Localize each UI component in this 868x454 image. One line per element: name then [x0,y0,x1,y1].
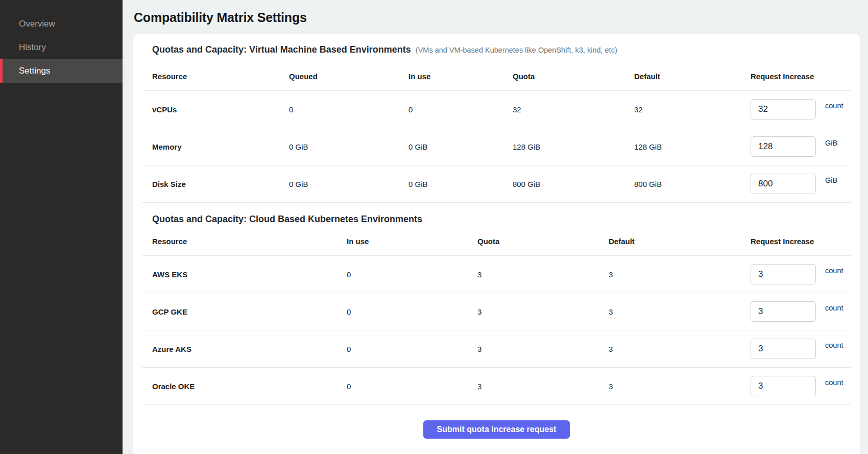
vm-col-resource: Resource [142,72,279,81]
disk-default-value: 800 GiB [624,180,741,188]
gcp-gke-request-cell: count [741,301,851,322]
memory-queued-value: 0 GiB [279,142,399,151]
vm-section-title: Quotas and Capacity: Virtual Machine Bas… [152,44,411,55]
gcp-gke-quota-value: 3 [468,307,599,316]
k8s-section-header: Quotas and Capacity: Cloud Based Kuberne… [142,214,851,225]
k8s-col-resource: Resource [142,237,337,246]
sidebar-item-overview-label: Overview [19,19,55,29]
sidebar-item-history[interactable]: History [0,36,123,59]
memory-default-value: 128 GiB [624,142,741,151]
gcp-gke-resource-label: GCP GKE [142,307,337,316]
vcpus-resource-label: vCPUs [142,105,279,114]
table-row-oracle-oke: Oracle OKE 0 3 3 count [142,368,851,405]
table-row-memory: Memory 0 GiB 0 GiB 128 GiB 128 GiB GiB [142,128,851,165]
oracle-oke-unit-label: count [825,378,843,387]
azure-aks-request-cell: count [741,339,851,359]
memory-resource-label: Memory [142,142,279,151]
table-row-azure-aks: Azure AKS 0 3 3 count [142,330,851,368]
memory-request-cell: GiB [741,136,851,157]
table-row-aws-eks: AWS EKS 0 3 3 count [142,256,851,293]
gcp-gke-unit-label: count [825,304,843,312]
main-content: Compatibility Matrix Settings Quotas and… [123,0,868,454]
aws-eks-unit-label: count [825,267,843,275]
disk-unit-label: GiB [825,176,837,184]
azure-aks-quota-value: 3 [468,345,599,353]
page-title: Compatibility Matrix Settings [134,10,860,25]
vcpus-default-value: 32 [624,105,741,114]
vm-col-request-increase: Request Increase [741,72,851,81]
sidebar-item-history-label: History [19,42,46,53]
k8s-table-header-row: Resource In use Quota Default Request In… [142,227,851,256]
sidebar-item-settings[interactable]: Settings [0,59,123,83]
sidebar-item-overview[interactable]: Overview [0,12,123,36]
aws-eks-request-cell: count [741,264,851,284]
vm-table-header-row: Resource Queued In use Quota Default Req… [142,62,851,91]
oracle-oke-default-value: 3 [599,382,741,391]
vcpus-request-cell: count [741,99,851,120]
gcp-gke-default-value: 3 [599,307,741,316]
aws-eks-quota-value: 3 [468,270,599,279]
table-row-gcp-gke: GCP GKE 0 3 3 count [142,293,851,330]
disk-quota-value: 800 GiB [503,180,624,188]
quotas-card: Quotas and Capacity: Virtual Machine Bas… [133,34,860,454]
table-row-vcpus: vCPUs 0 0 32 32 count [142,91,851,128]
disk-request-input[interactable] [751,174,816,194]
azure-aks-unit-label: count [825,341,843,349]
memory-request-input[interactable] [751,136,816,157]
memory-quota-value: 128 GiB [503,142,624,151]
submit-quota-increase-button[interactable]: Submit quota increase request [423,420,570,439]
disk-queued-value: 0 GiB [279,180,399,188]
disk-request-cell: GiB [741,174,851,194]
azure-aks-default-value: 3 [599,345,741,353]
oracle-oke-in-use-value: 0 [337,382,468,391]
vm-col-in-use: In use [399,72,503,81]
azure-aks-resource-label: Azure AKS [142,345,337,353]
vcpus-quota-value: 32 [503,105,624,114]
oracle-oke-request-input[interactable] [751,376,816,396]
sidebar: Overview History Settings [0,0,123,454]
aws-eks-request-input[interactable] [751,264,816,284]
azure-aks-in-use-value: 0 [337,345,468,353]
aws-eks-default-value: 3 [599,270,741,279]
gcp-gke-in-use-value: 0 [337,307,468,316]
aws-eks-resource-label: AWS EKS [142,270,337,279]
vcpus-request-input[interactable] [751,99,816,120]
vm-col-default: Default [624,72,741,81]
vm-section-subtitle: (VMs and VM-based Kubernetes like OpenSh… [416,46,617,54]
vcpus-queued-value: 0 [279,105,399,114]
memory-in-use-value: 0 GiB [399,142,503,151]
vm-col-quota: Quota [503,72,624,81]
k8s-col-default: Default [599,237,741,246]
k8s-quota-table: Resource In use Quota Default Request In… [142,227,851,405]
vm-section-header: Quotas and Capacity: Virtual Machine Bas… [142,44,851,55]
k8s-col-quota: Quota [468,237,599,246]
aws-eks-in-use-value: 0 [337,270,468,279]
submit-row: Submit quota increase request [142,405,851,448]
vm-quota-table: Resource Queued In use Quota Default Req… [142,62,851,203]
memory-unit-label: GiB [825,139,837,147]
oracle-oke-quota-value: 3 [468,382,599,391]
oracle-oke-request-cell: count [741,376,851,396]
disk-in-use-value: 0 GiB [399,180,503,188]
k8s-col-request-increase: Request Increase [741,237,851,246]
sidebar-item-settings-label: Settings [19,66,50,76]
k8s-col-in-use: In use [337,237,468,246]
table-row-disk-size: Disk Size 0 GiB 0 GiB 800 GiB 800 GiB Gi… [142,165,851,203]
gcp-gke-request-input[interactable] [751,301,816,322]
azure-aks-request-input[interactable] [751,339,816,359]
oracle-oke-resource-label: Oracle OKE [142,382,337,391]
vcpus-unit-label: count [825,102,843,110]
vcpus-in-use-value: 0 [399,105,503,114]
disk-resource-label: Disk Size [142,180,279,188]
vm-col-queued: Queued [279,72,399,81]
k8s-section-title: Quotas and Capacity: Cloud Based Kuberne… [152,214,422,225]
